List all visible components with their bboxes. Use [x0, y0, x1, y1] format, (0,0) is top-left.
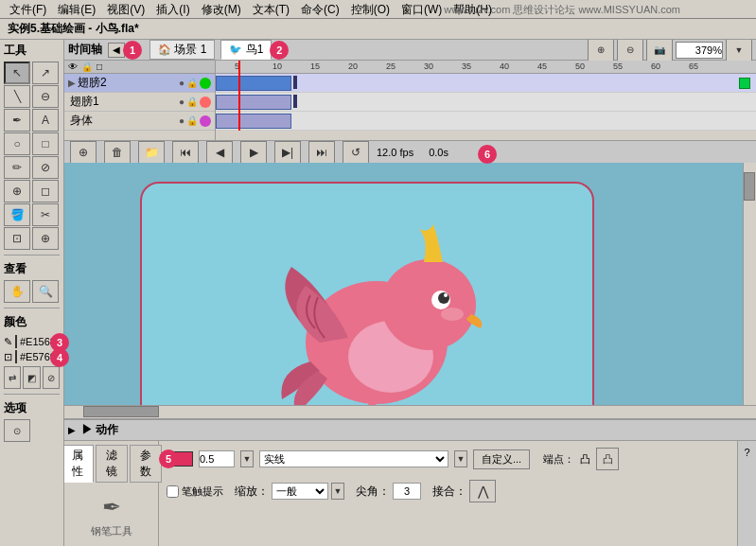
stroke-width-input[interactable]: [199, 450, 235, 467]
vertical-scrollbar[interactable]: [743, 163, 756, 405]
layer-wing1-lock[interactable]: 🔒: [186, 97, 198, 107]
brushstroke-checkbox[interactable]: [167, 485, 179, 498]
horizontal-scrollbar[interactable]: [64, 405, 756, 418]
badge-4: 4: [50, 348, 69, 367]
zoom-dropdown[interactable]: ▼: [726, 40, 752, 62]
layer-body-vis[interactable]: ●: [179, 115, 185, 126]
tool-eraser[interactable]: ⊡: [4, 227, 30, 250]
delete-layer-btn[interactable]: 🗑: [104, 141, 131, 164]
actions-label: ▶ 动作: [81, 422, 118, 438]
tab-params[interactable]: 参数: [130, 445, 162, 483]
menu-view[interactable]: 视图(V): [101, 0, 150, 19]
scale-dropdown[interactable]: ▼: [331, 483, 344, 500]
stroke-width-dropdown[interactable]: ▼: [240, 450, 254, 467]
menu-control[interactable]: 控制(O): [345, 0, 396, 19]
tool-freexform[interactable]: ⊕: [4, 180, 30, 203]
menu-insert[interactable]: 插入(I): [150, 0, 195, 19]
tool-pencil[interactable]: ✏: [4, 156, 30, 179]
swap-colors[interactable]: ⇄: [4, 366, 21, 389]
menu-window[interactable]: 窗口(W): [396, 0, 448, 19]
stroke-style-dropdown[interactable]: ▼: [454, 450, 467, 467]
menu-text[interactable]: 文本(T): [247, 0, 295, 19]
layer-wing2-vis[interactable]: ●: [179, 78, 185, 88]
layer-wing1-vis[interactable]: ●: [179, 97, 185, 107]
brushstroke-label[interactable]: 笔触提示: [167, 484, 223, 499]
tab-filters[interactable]: 滤镜: [96, 445, 128, 483]
tool-subselect[interactable]: ↗: [32, 62, 59, 84]
frame-45: 45: [537, 62, 547, 71]
menu-command[interactable]: 命令(C): [295, 0, 345, 19]
breadcrumb-scene[interactable]: 🏠 场景 1: [149, 40, 215, 60]
timeline-end-btn[interactable]: ⏭: [308, 141, 335, 164]
tool-fill[interactable]: ◻: [32, 180, 59, 203]
tool-arrow[interactable]: ↖: [4, 62, 30, 84]
default-colors[interactable]: ◩: [23, 366, 40, 389]
lock-header-icon: 🔒: [81, 62, 93, 72]
stage-canvas: [140, 182, 594, 418]
layer-row-wing1[interactable]: 翅膀1 ● 🔒: [64, 93, 215, 112]
corner-row: 尖角：: [356, 483, 421, 500]
stroke-style-select[interactable]: 实线: [259, 450, 448, 467]
tool-pen[interactable]: ✒: [4, 109, 30, 132]
timeline-rewind-btn[interactable]: ⏮: [172, 141, 199, 164]
svg-point-2: [381, 259, 476, 350]
side-icon-1[interactable]: ?: [742, 445, 751, 460]
tool-bucket[interactable]: 🪣: [4, 203, 30, 226]
timeline-prev-btn[interactable]: ◀: [206, 141, 233, 164]
bottom-panels-header: ▶ ▶ 动作: [64, 420, 756, 441]
zoom-nav-right[interactable]: ⊖: [617, 40, 643, 62]
menu-edit[interactable]: 编辑(E): [52, 0, 101, 19]
actions-expand[interactable]: ▶: [68, 425, 76, 435]
layer-row-body[interactable]: 身体 ● 🔒: [64, 112, 215, 131]
timeline-loop-btn[interactable]: ↺: [343, 141, 369, 164]
options-grid: ⊙: [0, 417, 63, 444]
stroke-color-swatch[interactable]: [15, 335, 17, 348]
tool-zoom[interactable]: 🔍: [32, 280, 59, 303]
tool-oval[interactable]: ○: [4, 132, 30, 155]
endpoint-option[interactable]: 凸: [596, 448, 619, 470]
corner-input[interactable]: [393, 483, 421, 500]
zoom-nav-camera[interactable]: 📷: [646, 40, 673, 62]
join-icon[interactable]: ⋀: [469, 480, 496, 502]
track-wing1[interactable]: [216, 93, 756, 112]
frame-ruler: 5 10 15 20 25 30 35 40 45 50 55 60 65: [216, 61, 756, 74]
stroke-edit-icon[interactable]: ✎: [4, 336, 12, 348]
menu-file[interactable]: 文件(F): [4, 0, 52, 19]
scale-select[interactable]: 一般: [272, 483, 328, 500]
tool-extra[interactable]: ⊕: [32, 227, 59, 250]
tab-properties[interactable]: 属性: [64, 445, 94, 483]
tool-text[interactable]: A: [32, 109, 59, 132]
breadcrumb-symbol[interactable]: 🐦 鸟1: [220, 40, 272, 60]
tool-lasso[interactable]: ⊖: [32, 85, 59, 108]
tool-rect[interactable]: □: [32, 132, 59, 155]
fill-edit-icon[interactable]: ⊡: [4, 351, 12, 363]
option-1[interactable]: ⊙: [4, 419, 30, 442]
tool-hand[interactable]: ✋: [4, 280, 30, 303]
layer-wing2-icon: ▶: [68, 78, 76, 88]
timeline-header: 时间轴 ◀ 1 🏠 场景 1 🐦 鸟1 2: [64, 40, 756, 61]
track-wing2[interactable]: [216, 74, 756, 93]
zoom-input[interactable]: [676, 42, 723, 59]
scale-row: 缩放： 一般 ▼: [235, 483, 344, 500]
zoom-nav-left[interactable]: ⊕: [588, 40, 614, 62]
badge-5: 5: [159, 449, 178, 468]
layer-row-wing2[interactable]: ▶ 翅膀2 ● 🔒: [64, 74, 215, 93]
layer-wing2-name: 翅膀2: [78, 75, 177, 91]
add-layer-btn[interactable]: ⊕: [70, 141, 97, 164]
layer-wing2-lock[interactable]: 🔒: [186, 78, 198, 88]
timeline-play-btn[interactable]: ▶: [240, 141, 267, 164]
pen-label: 钢笔工具: [91, 524, 132, 538]
fill-color-swatch[interactable]: [15, 350, 17, 363]
tool-eyedrop[interactable]: ✂: [32, 203, 59, 226]
svg-point-5: [444, 293, 448, 297]
layer-body-lock[interactable]: 🔒: [186, 115, 198, 126]
custom-stroke-btn[interactable]: 自定义...: [473, 449, 530, 469]
tool-brush[interactable]: ⊘: [32, 156, 59, 179]
layer-folder-btn[interactable]: 📁: [138, 141, 165, 164]
frame-15: 15: [310, 62, 320, 71]
tool-line[interactable]: ╲: [4, 85, 30, 108]
timeline-next-btn[interactable]: ▶|: [274, 141, 301, 164]
no-color[interactable]: ⊘: [43, 366, 60, 389]
menu-modify[interactable]: 修改(M): [196, 0, 247, 19]
track-body[interactable]: [216, 112, 756, 131]
